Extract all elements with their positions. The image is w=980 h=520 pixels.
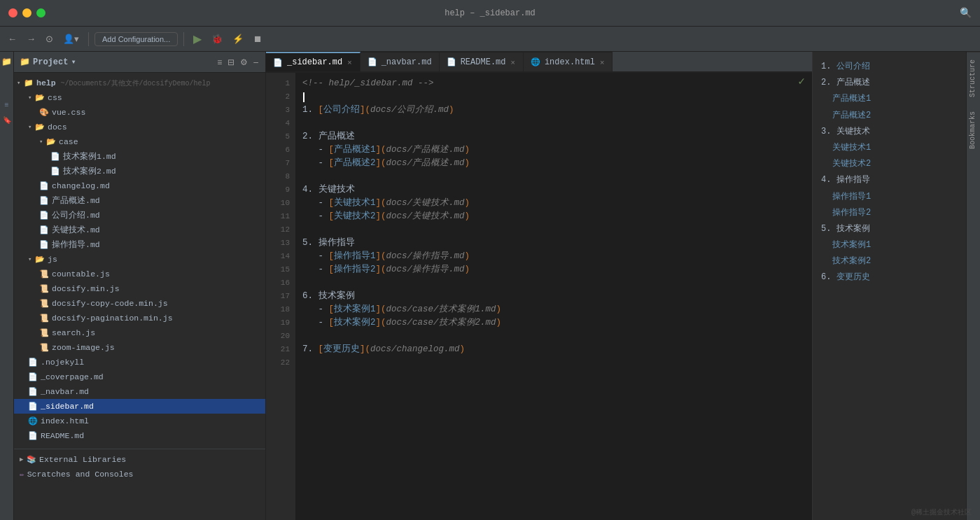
minimize-button[interactable] bbox=[22, 8, 31, 17]
tree-file-ops[interactable]: 📄 操作指导.md bbox=[14, 237, 265, 252]
js-file-icon: 📜 bbox=[39, 328, 49, 337]
preview-sub-link[interactable]: 关键技术2 bbox=[832, 159, 871, 169]
tree-folder-docs[interactable]: ▾ 📂 docs bbox=[14, 120, 265, 134]
preview-sub-link[interactable]: 关键技术1 bbox=[832, 143, 871, 153]
tree-file-docsify-min[interactable]: 📜 docsify.min.js bbox=[14, 281, 265, 296]
md-file-icon: 📄 bbox=[39, 240, 49, 249]
close-button[interactable] bbox=[8, 8, 18, 17]
md-file-icon: 📄 bbox=[28, 431, 38, 440]
tab-close-button[interactable]: × bbox=[346, 58, 352, 66]
structure-tab[interactable]: Structure bbox=[967, 52, 980, 104]
js-file-icon: 📜 bbox=[39, 314, 49, 323]
code-line-12 bbox=[302, 223, 805, 237]
scratches-consoles-item[interactable]: ✏️ Scratches and Consoles bbox=[14, 467, 265, 482]
maximize-button[interactable] bbox=[36, 8, 46, 17]
bookmarks-tab[interactable]: Bookmarks bbox=[967, 104, 980, 156]
run-button[interactable]: ▶ bbox=[190, 30, 205, 48]
bookmarks-icon[interactable]: 🔖 bbox=[1, 115, 13, 126]
tree-file-readme[interactable]: 📄 README.md bbox=[14, 428, 265, 443]
nav-forward-button[interactable]: → bbox=[23, 31, 39, 46]
preview-sub-link[interactable]: 操作指导2 bbox=[832, 208, 871, 218]
user-button[interactable]: 👤▾ bbox=[59, 31, 83, 46]
tree-file-zoom[interactable]: 📜 zoom-image.js bbox=[14, 340, 265, 355]
nav-back-button[interactable]: ← bbox=[4, 31, 20, 46]
tree-file-nojekyll[interactable]: 📄 .nojekyll bbox=[14, 355, 265, 370]
tree-file-company[interactable]: 📄 公司介绍.md bbox=[14, 208, 265, 223]
line-numbers: 12345678910111213141516171819202122 bbox=[266, 73, 295, 520]
preview-sub-link[interactable]: 产品概述2 bbox=[832, 111, 871, 120]
minimize-panel-button[interactable]: – bbox=[252, 56, 260, 69]
tab-readme[interactable]: 📄 README.md × bbox=[440, 52, 524, 71]
stop-button[interactable]: ⏹ bbox=[250, 31, 266, 46]
line-number-1: 1 bbox=[266, 77, 290, 90]
add-configuration-button[interactable]: Add Configuration... bbox=[94, 32, 178, 46]
tree-file-vuecss[interactable]: 🎨 vue.css bbox=[14, 105, 265, 120]
tree-file-pagination[interactable]: 📜 docsify-pagination.min.js bbox=[14, 311, 265, 325]
line-number-4: 4 bbox=[266, 117, 290, 130]
tree-bottom-section: ▶ 📚 External Libraries ✏️ Scratches and … bbox=[14, 449, 265, 482]
tree-file-jishu2[interactable]: 📄 技术案例2.md bbox=[14, 164, 265, 178]
preview-sub-link[interactable]: 操作指导1 bbox=[832, 192, 871, 202]
preview-item-5: 6. 变更历史 bbox=[821, 271, 958, 284]
code-line-8 bbox=[302, 170, 805, 183]
preview-sub-link[interactable]: 技术案例2 bbox=[832, 256, 871, 266]
preview-link[interactable]: 公司介绍 bbox=[836, 62, 870, 71]
collapse-all-button[interactable]: ≡ bbox=[216, 56, 223, 69]
md-file-icon: 📄 bbox=[28, 402, 38, 411]
preview-item-4: 5. 技术案例 bbox=[821, 223, 958, 236]
tree-file-countable[interactable]: 📜 countable.js bbox=[14, 267, 265, 281]
line-number-9: 9 bbox=[266, 183, 290, 197]
preview-sub-link[interactable]: 技术案例1 bbox=[832, 240, 871, 250]
code-editor[interactable]: ✓ <!-- help/_sidebar.md -->1. [公司介绍](doc… bbox=[295, 73, 812, 520]
tree-file-changelog[interactable]: 📄 changelog.md bbox=[14, 178, 265, 193]
tab-navbar[interactable]: 📄 _navbar.md bbox=[360, 52, 440, 71]
right-side-panel: Structure Bookmarks bbox=[966, 52, 980, 520]
watermark: @稀土掘金技术社区 bbox=[911, 507, 972, 517]
project-folder-icon: 📁 bbox=[24, 78, 34, 87]
locate-file-button[interactable]: ⊟ bbox=[226, 56, 236, 69]
left-side-icons: 📁 ≡ 🔖 bbox=[0, 52, 14, 520]
md-file-icon: 📄 bbox=[50, 152, 60, 161]
tree-file-sidebar[interactable]: 📄 _sidebar.md bbox=[14, 399, 265, 414]
preview-sub-item-2-0: 关键技术1 bbox=[821, 141, 958, 155]
coverage-button[interactable]: ⚡ bbox=[229, 31, 247, 46]
folder-arrow-icon: ▾ bbox=[28, 123, 35, 131]
debug-button[interactable]: 🐞 bbox=[208, 31, 226, 46]
code-line-4 bbox=[302, 117, 805, 130]
history-button[interactable]: ⊙ bbox=[42, 31, 57, 46]
line-number-5: 5 bbox=[266, 130, 290, 143]
tree-file-coverpage[interactable]: 📄 _coverpage.md bbox=[14, 370, 265, 384]
tree-root[interactable]: ▾ 📁 help ~/Documents/其他文件/docsifyDemo/he… bbox=[14, 76, 265, 90]
tree-file-index[interactable]: 🌐 index.html bbox=[14, 414, 265, 428]
code-line-11: ▸ - [关键技术2](docs/关键技术.md) bbox=[302, 210, 805, 223]
tree-folder-case[interactable]: ▾ 📂 case bbox=[14, 134, 265, 149]
settings-gear-button[interactable]: ⚙ bbox=[239, 56, 249, 69]
external-libraries-item[interactable]: ▶ 📚 External Libraries bbox=[14, 452, 265, 467]
js-file-icon: 📜 bbox=[39, 343, 49, 352]
tree-folder-css[interactable]: ▾ 📂 css bbox=[14, 90, 265, 105]
md-tab-icon: 📄 bbox=[368, 57, 377, 66]
preview-sub-link[interactable]: 产品概述1 bbox=[832, 94, 871, 104]
tree-file-copy-code[interactable]: 📜 docsify-copy-code.min.js bbox=[14, 296, 265, 311]
tab-close-button[interactable]: × bbox=[599, 58, 605, 66]
tree-file-search[interactable]: 📜 search.js bbox=[14, 325, 265, 340]
project-header-icons: ≡ ⊟ ⚙ – bbox=[216, 56, 260, 69]
search-icon[interactable]: 🔍 bbox=[960, 7, 972, 19]
structure-icon[interactable]: ≡ bbox=[1, 99, 13, 111]
tree-file-navbar[interactable]: 📄 _navbar.md bbox=[14, 384, 265, 399]
preview-link[interactable]: 变更历史 bbox=[836, 272, 870, 282]
tab-close-button[interactable]: × bbox=[510, 58, 515, 66]
tab-sidebar[interactable]: 📄 _sidebar.md × bbox=[266, 52, 360, 71]
preview-sub-item-1-1: 产品概述2 bbox=[821, 109, 958, 122]
line-number-22: 22 bbox=[266, 356, 290, 370]
folder-icon: 📁 bbox=[20, 57, 30, 67]
project-icon[interactable]: 📁 bbox=[1, 56, 13, 67]
code-line-22 bbox=[302, 356, 805, 370]
tree-file-key[interactable]: 📄 关键技术.md bbox=[14, 223, 265, 237]
line-number-6: 6 bbox=[266, 143, 290, 157]
tab-index[interactable]: 🌐 index.html × bbox=[524, 52, 612, 71]
title-bar: help – _sidebar.md 🔍 bbox=[0, 0, 980, 27]
tree-file-jishu1[interactable]: 📄 技术案例1.md bbox=[14, 149, 265, 164]
tree-folder-js[interactable]: ▾ 📂 js bbox=[14, 252, 265, 267]
tree-file-product[interactable]: 📄 产品概述.md bbox=[14, 193, 265, 208]
